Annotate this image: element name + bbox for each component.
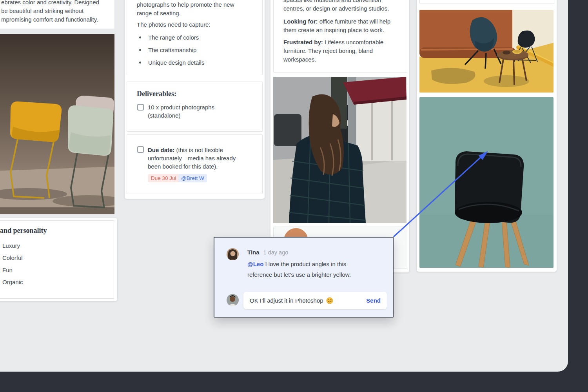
tina-avatar-photo bbox=[227, 248, 239, 260]
deliverable-label-line: 10 x product photographs bbox=[148, 103, 214, 112]
leo-avatar-photo bbox=[227, 294, 239, 306]
avatar-leo bbox=[227, 294, 239, 306]
persona-line: centres, or design or advertising studio… bbox=[283, 4, 389, 13]
column-panel-persona[interactable]: spaces like museums and convention centr… bbox=[270, 0, 409, 272]
bullet-icon bbox=[139, 49, 141, 51]
image-card-street-portrait[interactable] bbox=[273, 76, 407, 223]
looking-for-bold: Looking for: bbox=[283, 18, 318, 25]
mention-link[interactable]: @Leo bbox=[247, 261, 263, 267]
photo-brief-bullet: The craftsmanship bbox=[148, 46, 196, 54]
photo-brief-line: range of seating. bbox=[137, 9, 181, 18]
board-card-personality[interactable]: and personality Luxury Colorful Fun Orga… bbox=[0, 218, 117, 301]
frustrated-by-bold: Frustrated by: bbox=[283, 39, 323, 45]
due-date-rest: (this is not flexible bbox=[174, 147, 223, 153]
brief-intro-line: ebrates color and creativity. Designed bbox=[1, 0, 99, 7]
comment-author: Tina bbox=[247, 249, 260, 256]
studio-scene-photo bbox=[419, 10, 554, 93]
comment-line: reference but let’s use a brighter yello… bbox=[247, 269, 351, 280]
brief-intro-line: mpromising comfort and functionality. bbox=[1, 15, 98, 24]
avatar-tina bbox=[227, 248, 239, 260]
due-date-tag[interactable]: Due 30 Jul bbox=[148, 174, 179, 182]
reply-input[interactable]: OK I’ll adjust it in Photoshop Send bbox=[243, 292, 387, 309]
bullet-icon bbox=[139, 36, 141, 38]
photo-brief-bullet: The range of colors bbox=[148, 33, 199, 42]
image-card-cropped-top[interactable] bbox=[419, 0, 554, 4]
send-button[interactable]: Send bbox=[366, 297, 381, 304]
personality-item: Luxury bbox=[2, 241, 20, 250]
deliverables-heading: Deliverables: bbox=[137, 90, 176, 98]
persona-looking-line: Looking for: office furniture that will … bbox=[283, 17, 390, 26]
column-panel-brief[interactable]: photographs to help promote the new rang… bbox=[125, 0, 265, 199]
image-card-colored-chairs[interactable] bbox=[0, 34, 115, 214]
checkbox-due-date[interactable] bbox=[137, 146, 144, 153]
brief-intro-line: be beautiful and striking without bbox=[1, 7, 83, 15]
assignee-tag[interactable]: @Brett W bbox=[178, 174, 207, 182]
checkbox-deliverable[interactable] bbox=[137, 104, 144, 111]
photo-brief-intro: The photos need to capture: bbox=[137, 20, 211, 29]
looking-for-rest: office furniture that will help bbox=[318, 18, 390, 25]
persona-frustrated-line: workspaces. bbox=[283, 55, 316, 64]
due-date-bold: Due date: bbox=[148, 147, 174, 153]
comment-header: Tina1 day ago bbox=[247, 247, 288, 258]
colored-chairs-photo bbox=[0, 34, 114, 214]
comment-text: I love the product angles in this bbox=[263, 261, 346, 267]
smiling-face-emoji-icon bbox=[326, 297, 333, 304]
deliverable-label-line: (standalone) bbox=[148, 111, 180, 120]
street-portrait-photo bbox=[273, 76, 407, 223]
personality-item: Colorful bbox=[2, 254, 23, 262]
teal-chair-photo bbox=[419, 97, 554, 268]
image-card-studio-scene[interactable] bbox=[419, 10, 554, 93]
bullet-icon bbox=[139, 62, 141, 64]
note-card-brief-intro[interactable]: ebrates color and creativity. Designed b… bbox=[0, 0, 115, 29]
personality-heading: and personality bbox=[0, 227, 47, 235]
reply-draft-text[interactable]: OK I’ll adjust it in Photoshop bbox=[250, 297, 323, 304]
due-date-line: unfortunately—media has already bbox=[148, 154, 236, 163]
app-canvas: ebrates color and creativity. Designed b… bbox=[0, 0, 588, 392]
persona-line: spaces like museums and convention bbox=[283, 0, 381, 4]
comment-popup[interactable]: Tina1 day ago @Leo I love the product an… bbox=[214, 237, 394, 318]
persona-frustrated-line: furniture. They reject boring, bland bbox=[283, 47, 373, 55]
photo-brief-line: photographs to help promote the new bbox=[137, 0, 234, 9]
column-panel-references[interactable] bbox=[417, 0, 557, 272]
frustrated-by-rest: Lifeless uncomfortable bbox=[323, 39, 383, 45]
personality-item: Fun bbox=[2, 266, 13, 274]
comment-timestamp: 1 day ago bbox=[263, 249, 289, 256]
due-date-line: been booked for this date). bbox=[148, 162, 218, 171]
persona-frustrated-line: Frustrated by: Lifeless uncomfortable bbox=[283, 38, 383, 47]
personality-item: Organic bbox=[2, 278, 23, 287]
image-card-teal-chair[interactable] bbox=[419, 97, 554, 268]
comment-line: @Leo I love the product angles in this bbox=[247, 259, 346, 269]
photo-brief-bullet: Unique design details bbox=[148, 58, 204, 67]
due-date-line: Due date: (this is not flexible bbox=[148, 146, 223, 154]
persona-looking-line: them create an inspiring place to work. bbox=[283, 26, 384, 34]
